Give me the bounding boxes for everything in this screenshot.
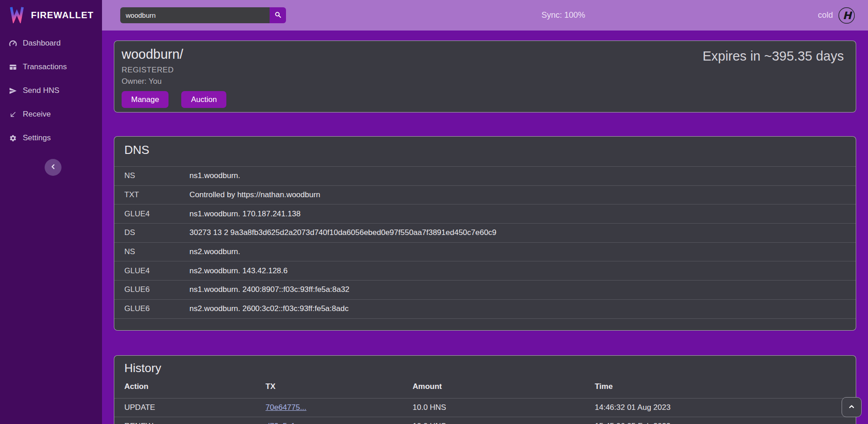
firewallet-w-logo-icon: [8, 6, 26, 25]
history-row: RENEW d72e5c1... 10.0 HNS 15:45:06 05 Fe…: [114, 417, 856, 424]
topbar: Sync: 100% cold H: [102, 0, 868, 31]
dns-record-type: GLUE4: [114, 209, 189, 219]
history-header-row: Action TX Amount Time: [114, 375, 856, 398]
handshake-logo-icon: H: [838, 7, 855, 24]
history-amount: 10.0 HNS: [413, 403, 595, 412]
sidebar-nav: Dashboard Transactions Send HNS Receive: [0, 31, 102, 150]
wallet-name: cold: [818, 10, 833, 20]
history-title: History: [124, 361, 856, 375]
dns-row: GLUE6 ns2.woodburn. 2600:3c02::f03c:93ff…: [114, 299, 856, 318]
history-row: UPDATE 70e64775... 10.0 HNS 14:46:32 01 …: [114, 398, 856, 417]
auction-button[interactable]: Auction: [181, 91, 226, 108]
chevron-up-icon: [848, 403, 856, 412]
tx-link[interactable]: d72e5c1...: [266, 422, 301, 424]
expires-label: Expires in ~395.35 days: [703, 49, 844, 64]
dns-record-type: GLUE6: [114, 304, 189, 313]
dns-record-type: DS: [114, 228, 189, 237]
dns-record-value: ns2.woodburn. 2600:3c02::f03c:93ff:fe5a:…: [189, 304, 348, 313]
dns-row: NS ns1.woodburn.: [114, 166, 856, 185]
search-icon: [274, 11, 282, 20]
dns-row: GLUE4 ns2.woodburn. 143.42.128.6: [114, 261, 856, 280]
brand-logo-row: FIREWALLET: [0, 0, 102, 31]
search-input[interactable]: [120, 7, 270, 23]
dns-row: NS ns2.woodburn.: [114, 242, 856, 261]
sidebar-item-label: Send HNS: [23, 86, 59, 95]
dns-record-value: ns1.woodburn.: [189, 171, 240, 180]
dns-card: DNS NS ns1.woodburn. TXT Controlled by h…: [114, 136, 856, 331]
dns-record-value: 30273 13 2 9a3a8fb3d625d2a2073d740f10da6…: [189, 228, 496, 237]
dns-record-value: Controlled by https://nathan.woodburn: [189, 190, 320, 199]
domain-status: REGISTERED: [122, 66, 848, 75]
dns-record-type: NS: [114, 247, 189, 256]
history-action: RENEW: [124, 422, 266, 424]
history-amount: 10.0 HNS: [413, 422, 595, 424]
dns-record-type: GLUE6: [114, 285, 189, 294]
sidebar-collapse-button[interactable]: [45, 159, 61, 176]
brand-name: FIREWALLET: [31, 10, 94, 20]
dashboard-gauge-icon: [9, 39, 17, 48]
history-time: 14:46:32 01 Aug 2023: [595, 403, 856, 412]
sidebar-item-send-hns[interactable]: Send HNS: [0, 79, 102, 102]
sidebar-item-label: Settings: [23, 133, 51, 143]
dns-record-value: ns2.woodburn.: [189, 247, 240, 256]
search-button[interactable]: [270, 7, 286, 23]
tx-link[interactable]: 70e64775...: [266, 403, 306, 412]
dns-table: NS ns1.woodburn. TXT Controlled by https…: [114, 166, 856, 319]
sidebar-item-label: Dashboard: [23, 39, 61, 48]
history-card: History Action TX Amount Time UPDATE 70e…: [114, 355, 856, 424]
history-col-amount: Amount: [413, 382, 595, 391]
sidebar-item-label: Receive: [23, 110, 51, 119]
history-col-time: Time: [595, 382, 856, 391]
dns-record-value: ns1.woodburn. 170.187.241.138: [189, 209, 301, 219]
dns-row: GLUE4 ns1.woodburn. 170.187.241.138: [114, 204, 856, 223]
receive-arrow-icon: [9, 110, 17, 119]
domain-actions: Manage Auction: [122, 91, 848, 108]
history-col-action: Action: [124, 382, 266, 391]
manage-button[interactable]: Manage: [122, 91, 168, 108]
dns-row: TXT Controlled by https://nathan.woodbur…: [114, 185, 856, 204]
firewallet-app: FIREWALLET Dashboard Transactions Send H…: [0, 0, 868, 424]
sidebar: FIREWALLET Dashboard Transactions Send H…: [0, 0, 102, 424]
sidebar-item-transactions[interactable]: Transactions: [0, 55, 102, 79]
search-bar: [120, 7, 286, 23]
history-col-tx: TX: [266, 382, 413, 391]
chevron-left-icon: [49, 163, 57, 172]
sync-status: Sync: 100%: [541, 0, 585, 31]
dns-record-value: ns2.woodburn. 143.42.128.6: [189, 266, 288, 276]
history-time: 15:45:06 05 Feb 2023: [595, 422, 856, 424]
dns-title: DNS: [124, 143, 856, 157]
sidebar-item-settings[interactable]: Settings: [0, 126, 102, 150]
dns-row: DS 30273 13 2 9a3a8fb3d625d2a2073d740f10…: [114, 223, 856, 242]
dns-record-value: ns1.woodburn. 2400:8907::f03c:93ff:fe5a:…: [189, 285, 349, 294]
scroll-to-top-button[interactable]: [842, 397, 862, 417]
dns-record-type: NS: [114, 171, 189, 180]
sidebar-item-receive[interactable]: Receive: [0, 102, 102, 126]
domain-owner: Owner: You: [122, 77, 848, 86]
domain-card: woodburn/ REGISTERED Owner: You Manage A…: [114, 41, 856, 112]
sidebar-item-dashboard[interactable]: Dashboard: [0, 31, 102, 55]
dns-record-type: GLUE4: [114, 266, 189, 276]
gear-icon: [9, 134, 17, 143]
sidebar-item-label: Transactions: [23, 62, 67, 72]
history-action: UPDATE: [124, 403, 266, 412]
table-icon: [9, 63, 17, 72]
svg-text:H: H: [842, 9, 853, 21]
dns-row: GLUE6 ns1.woodburn. 2400:8907::f03c:93ff…: [114, 280, 856, 299]
wallet-chip[interactable]: cold H: [818, 0, 855, 31]
dns-record-type: TXT: [114, 190, 189, 199]
send-icon: [9, 87, 17, 95]
